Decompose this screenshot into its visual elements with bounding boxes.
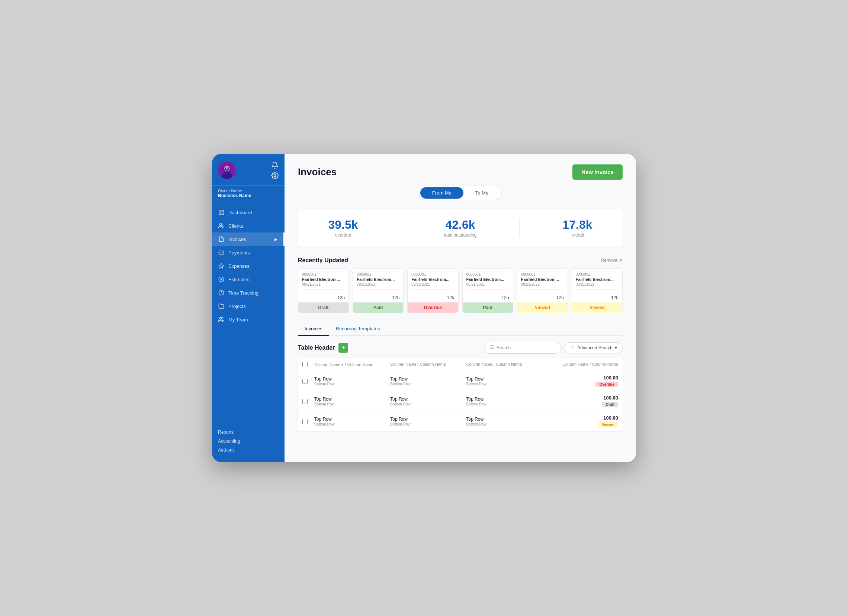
- bell-icon[interactable]: [271, 162, 279, 169]
- stat-overdue-label: overdue: [328, 233, 358, 238]
- sidebar-item-label: Dashboard: [228, 210, 252, 215]
- sidebar-footer-addons[interactable]: Add-ons: [218, 445, 279, 454]
- active-arrow: ▶: [274, 237, 277, 241]
- card-date: 08/21/2021: [576, 282, 618, 286]
- invoice-card[interactable]: 0000001 Fairfield Electroni... 08/21/202…: [353, 268, 403, 313]
- add-row-button[interactable]: +: [338, 343, 348, 353]
- card-status: Draft: [298, 303, 348, 313]
- sidebar-item-time-tracking[interactable]: Time Tracking: [212, 286, 285, 300]
- card-amount: 125: [572, 295, 622, 303]
- user-info: Owner Name Business Name: [212, 186, 285, 203]
- gear-icon[interactable]: [271, 172, 279, 179]
- sidebar-footer-accounting[interactable]: Accounting: [218, 437, 279, 445]
- select-all-checkbox[interactable]: [302, 362, 308, 367]
- remove-button[interactable]: Remove ✕: [600, 258, 623, 263]
- card-divider: [521, 289, 564, 290]
- sidebar-item-payments[interactable]: Payments: [212, 246, 285, 259]
- sidebar-footer-reports[interactable]: Reports: [218, 428, 279, 437]
- row-col3: Top Row Bottom Row: [466, 376, 542, 386]
- table-head: Column Name ▾ / Column Name Column Name …: [298, 358, 623, 371]
- tab-recurring-templates[interactable]: Recurring Templates: [329, 322, 387, 336]
- search-box: [484, 342, 562, 354]
- sidebar-footer: Reports Accounting Add-ons: [212, 423, 285, 462]
- toggle-bar: From Me To Me: [298, 186, 623, 200]
- invoices-icon: [218, 236, 225, 242]
- filter-icon: [570, 345, 575, 351]
- nav-items: Dashboard Clients Invoices ▶ Payments: [212, 203, 285, 423]
- sidebar-item-expenses[interactable]: Expenses: [212, 259, 285, 273]
- row-checkbox[interactable]: [302, 379, 308, 384]
- status-badge: Draft: [602, 402, 618, 407]
- search-icon: [489, 344, 494, 351]
- invoice-card[interactable]: 0000001 Fairfield Electroni... 08/21/202…: [462, 268, 513, 313]
- sidebar-item-dashboard[interactable]: Dashboard: [212, 206, 285, 219]
- col-header-1[interactable]: Column Name ▾ / Column Name: [314, 362, 390, 367]
- svg-rect-10: [222, 213, 224, 215]
- new-invoice-button[interactable]: New Invoice: [572, 165, 623, 180]
- page-title: Invoices: [298, 166, 337, 178]
- card-number: 0000001: [576, 272, 618, 276]
- row-col2: Top Row Bottom Row: [390, 376, 466, 386]
- sidebar-item-invoices[interactable]: Invoices ▶: [212, 233, 285, 246]
- card-status: Viewed: [517, 303, 568, 313]
- advanced-search-button[interactable]: Advanced Search ▾: [565, 342, 623, 353]
- stat-overdue: 39.5k overdue: [328, 218, 358, 238]
- card-amount: 125: [353, 295, 403, 303]
- business-name: Business Name: [218, 193, 279, 198]
- invoice-card[interactable]: 0000001 Fairfield Electroni... 08/21/202…: [572, 268, 623, 313]
- tab-invoices[interactable]: Invoices: [298, 322, 329, 336]
- sidebar-item-label: My Team: [228, 317, 248, 322]
- card-divider: [357, 289, 399, 290]
- sidebar: Owner Name Business Name Dashboard Clien…: [212, 154, 285, 462]
- invoice-card[interactable]: 0000001 Fairfield Electroni... 08/21/202…: [298, 268, 349, 313]
- row-checkbox[interactable]: [302, 399, 308, 404]
- stat-divider-1: [401, 218, 401, 238]
- card-name: Fairfield Electroni...: [411, 277, 454, 282]
- payments-icon: [218, 249, 225, 256]
- col-header-2: Column Name / Column Name: [390, 362, 466, 367]
- projects-icon: [218, 303, 225, 309]
- invoice-card[interactable]: 0000001 Fairfield Electroni... 08/21/202…: [517, 268, 568, 313]
- stat-outstanding: 42.6k total outstanding: [444, 218, 476, 238]
- row-col2: Top Row Bottom Row: [390, 417, 466, 426]
- table-title: Table Header: [298, 344, 335, 351]
- svg-rect-9: [219, 213, 221, 215]
- card-number: 0000001: [357, 272, 399, 276]
- svg-rect-8: [222, 210, 224, 212]
- owner-name: Owner Name: [218, 189, 279, 193]
- sidebar-item-estimates[interactable]: Estimates: [212, 273, 285, 286]
- sidebar-item-label: Estimates: [228, 277, 249, 282]
- svg-point-2: [222, 172, 232, 179]
- row-col4: 100.00 Viewed: [542, 415, 618, 427]
- to-me-toggle[interactable]: To Me: [463, 187, 500, 199]
- stat-overdue-value: 39.5k: [328, 218, 358, 232]
- card-date: 08/21/2021: [521, 282, 564, 286]
- card-status: Overdue: [408, 303, 458, 313]
- advanced-search-label: Advanced Search: [577, 345, 612, 350]
- search-input[interactable]: [497, 345, 556, 350]
- table-row: Top Row Bottom Row Top Row Bottom Row To…: [298, 371, 623, 391]
- svg-rect-12: [219, 251, 224, 254]
- svg-rect-7: [219, 210, 221, 212]
- row-checkbox-col: [302, 379, 314, 384]
- row-checkbox[interactable]: [302, 419, 308, 424]
- estimates-icon: [218, 276, 225, 283]
- from-me-toggle[interactable]: From Me: [420, 187, 463, 199]
- sidebar-item-projects[interactable]: Projects: [212, 300, 285, 313]
- row-col2: Top Row Bottom Row: [390, 396, 466, 406]
- table-row: Top Row Bottom Row Top Row Bottom Row To…: [298, 391, 623, 411]
- col-header-3: Column Name / Column Name: [466, 362, 542, 367]
- row-col4: 100.00 Draft: [542, 395, 618, 407]
- card-date: 08/21/2021: [357, 282, 399, 286]
- sidebar-item-label: Invoices: [228, 237, 246, 242]
- invoice-card[interactable]: 0000001 Fairfield Electroni... 08/21/202…: [407, 268, 458, 313]
- recently-updated-header: Recently Updated Remove ✕: [298, 257, 623, 264]
- sidebar-item-my-team[interactable]: My Team: [212, 313, 285, 326]
- card-number: 0000001: [466, 272, 509, 276]
- sidebar-item-clients[interactable]: Clients: [212, 219, 285, 233]
- sidebar-item-label: Time Tracking: [228, 290, 258, 296]
- time-icon: [218, 289, 225, 296]
- svg-point-20: [490, 346, 494, 349]
- table-header-left: Table Header +: [298, 343, 348, 353]
- expenses-icon: [218, 263, 225, 269]
